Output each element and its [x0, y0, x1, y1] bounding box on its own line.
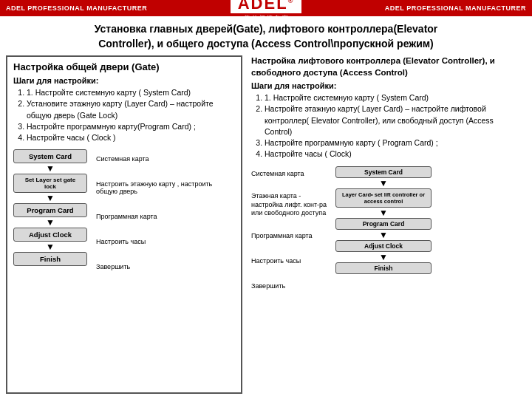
right-section-title: Настройка лифтового контроллера (Elevato…	[251, 55, 523, 78]
right-steps-intro: Шаги для настройки:	[251, 81, 523, 90]
arrow-4: ▼	[46, 242, 55, 251]
adel-logo: ADEL®	[231, 0, 302, 13]
left-step-3: Настройте программную карту(Program Card…	[27, 121, 235, 132]
banner-left-text: ADEL PROFESSIONAL MANUFACTURER	[6, 4, 147, 12]
left-section-title: Настройка общей двери (Gate)	[13, 61, 235, 72]
main-content: Настройка общей двери (Gate) Шаги для на…	[0, 55, 532, 394]
right-flowchart: Системная карта Этажная карта - настройк…	[251, 166, 523, 295]
right-box-2: Layer Card• set lift controller or acces…	[335, 188, 432, 208]
left-label-3: Программная карта	[96, 208, 235, 225]
right-step-2: Настройте этажную карту( Layer Card) – н…	[265, 103, 523, 137]
right-step-4: Настройте часы ( Clock)	[265, 149, 523, 160]
left-label-4: Настроить часы	[96, 233, 235, 250]
right-label-4: Настроить часы	[251, 253, 332, 270]
right-label-1: Системная карта	[251, 166, 332, 183]
left-step-2: Установите этажную карту (Layer Card) – …	[27, 98, 235, 120]
right-arrow-4: ▼	[379, 253, 388, 262]
arrow-3: ▼	[46, 218, 55, 227]
left-section: Настройка общей двери (Gate) Шаги для на…	[6, 55, 242, 394]
right-label-2: Этажная карта - настройка лифт. конт-ра …	[251, 191, 332, 219]
right-box-5: Finish	[335, 262, 432, 274]
top-banner: ADEL PROFESSIONAL MANUFACTURER ADEL® 您 的…	[0, 0, 532, 16]
right-label-5: Завершить	[251, 279, 332, 295]
left-label-5: Завершить	[96, 259, 235, 275]
arrow-1: ▼	[46, 164, 55, 173]
right-steps-list: 1. Настройте системную карту ( System Ca…	[251, 92, 523, 160]
right-box-4: Adjust Clock	[335, 240, 432, 252]
arrow-spacer-2	[96, 200, 235, 208]
left-flow-labels: Системная карта Настроить этажную карту …	[96, 151, 235, 275]
right-arrow-1: ▼	[379, 179, 388, 188]
left-label-2: Настроить этажную карту , настроить общу…	[96, 176, 235, 200]
right-step-1: 1. Настройте системную карту ( System Ca…	[265, 92, 523, 103]
left-flow-boxes: System Card ▼ Set Layer set gate lock ▼ …	[13, 149, 87, 266]
left-box-4: Adjust Clock	[13, 228, 87, 242]
left-steps-intro: Шаги для настройки:	[13, 76, 235, 85]
left-flowchart: System Card ▼ Set Layer set gate lock ▼ …	[13, 149, 235, 275]
left-box-1: System Card	[13, 149, 87, 163]
right-arrow-3: ▼	[379, 231, 388, 239]
left-step-4: Настройте часы ( Clock )	[27, 132, 235, 143]
adel-tagline: 您 的 门 锁 专 家	[244, 14, 287, 22]
right-box-1: System Card	[335, 166, 432, 178]
banner-right-text: ADEL PROFESSIONAL MANUFACTURER	[385, 4, 526, 12]
right-step-3: Настройте программную карту ( Program Ca…	[265, 137, 523, 149]
arrow-2: ▼	[46, 194, 55, 202]
right-label-3: Программная карта	[251, 228, 332, 245]
arrow-spacer-4	[96, 250, 235, 259]
left-box-2: Set Layer set gate lock	[13, 174, 87, 193]
left-step-1: 1. Настройте системную карту ( System Ca…	[27, 87, 235, 98]
arrow-spacer-1	[96, 167, 235, 176]
left-steps-list: 1. Настройте системную карту ( System Ca…	[13, 87, 235, 143]
right-section: Настройка лифтового контроллера (Elevato…	[248, 55, 526, 394]
right-arrow-2: ▼	[379, 208, 388, 217]
arrow-spacer-3	[96, 225, 235, 233]
left-box-5: Finish	[13, 252, 87, 266]
right-box-3: Program Card	[335, 218, 432, 230]
right-flow-boxes: System Card ▼ Layer Card• set lift contr…	[335, 166, 432, 274]
left-box-3: Program Card	[13, 203, 87, 217]
left-label-1: Системная карта	[96, 151, 235, 167]
right-flow-labels: Системная карта Этажная карта - настройк…	[251, 166, 332, 295]
main-title: Установка главных дверей(Gate), лифтовог…	[0, 16, 532, 55]
